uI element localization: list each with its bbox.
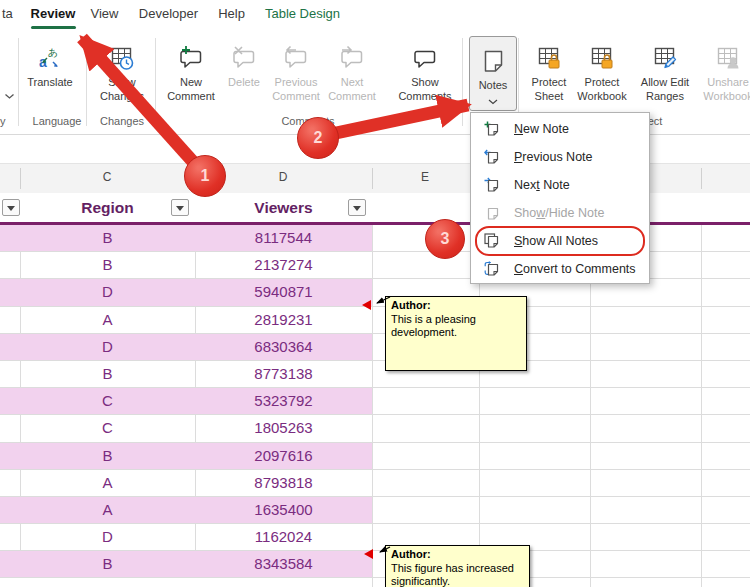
column-separator — [701, 168, 702, 189]
menu-item-show-all-notes[interactable]: Show All Notes — [471, 227, 649, 255]
cell-viewers[interactable]: 1162024 — [195, 524, 372, 550]
gridline — [20, 307, 21, 333]
allow-edit-ranges-icon — [652, 36, 679, 72]
cell-region[interactable]: B — [20, 225, 195, 251]
cell-region[interactable]: A — [20, 307, 195, 333]
cell-region[interactable]: C — [20, 388, 195, 414]
step-3-badge: 3 — [425, 219, 465, 259]
column-letter-c[interactable]: C — [103, 170, 112, 184]
table-row[interactable]: B2097616 — [0, 443, 750, 470]
table-row[interactable]: D6830364 — [0, 334, 750, 361]
note-author-label: Author: — [391, 299, 521, 313]
notes-dropdown-menu: New NotePrevious NoteNext NoteShow/Hide … — [470, 112, 650, 284]
unshare-workbook-icon — [715, 36, 742, 72]
gridline-vertical — [701, 225, 702, 587]
new-comment-button[interactable]: New Comment — [160, 34, 222, 130]
group-label-changes: Changes — [100, 115, 144, 127]
row-band: B8117544 — [0, 225, 372, 251]
tab-view[interactable]: View — [90, 0, 119, 28]
cell-viewers[interactable]: 5323792 — [195, 388, 372, 414]
show-changes-label: Show Changes — [100, 76, 144, 103]
show-comments-button[interactable]: Show Comments — [390, 34, 460, 130]
gridline-vertical — [372, 225, 373, 587]
show-comments-icon — [412, 36, 439, 72]
table-row[interactable]: C5323792 — [0, 388, 750, 415]
table-row[interactable]: D1162024 — [0, 524, 750, 551]
table-row[interactable]: A8793818 — [0, 470, 750, 497]
unshare-workbook-button: Unshare Workbook — [697, 34, 750, 130]
cell-viewers[interactable]: 8793818 — [195, 470, 372, 496]
menu-item-previous-note[interactable]: Previous Note — [471, 143, 649, 171]
tab-table-design[interactable]: Table Design — [264, 0, 341, 28]
excel-window: ta ReviewViewDeveloperHelpTable Design y… — [0, 0, 750, 587]
step-1-badge: 1 — [184, 155, 226, 197]
protect-sheet-icon — [536, 36, 563, 72]
column-letter-d[interactable]: D — [279, 170, 288, 184]
note-text-line: This figure has increased — [391, 562, 524, 576]
table-row[interactable]: C1805263 — [0, 415, 750, 442]
tab-data-partial[interactable]: ta — [2, 0, 13, 28]
filter-button-viewers[interactable] — [348, 199, 366, 216]
cell-viewers[interactable]: 2819231 — [195, 307, 372, 333]
note-indicator-triangle — [364, 549, 373, 559]
cell-viewers[interactable]: 1805263 — [195, 415, 372, 441]
table-row[interactable]: B8343584 — [0, 551, 750, 578]
cell-viewers[interactable]: 5940871 — [195, 279, 372, 305]
cell-viewers[interactable]: 8117544 — [195, 225, 372, 251]
chevron-down-icon[interactable] — [488, 95, 498, 107]
tab-developer[interactable]: Developer — [138, 0, 199, 28]
filter-button-region[interactable] — [171, 199, 189, 216]
cell-region[interactable]: A — [20, 470, 195, 496]
next-comment-label: Next Comment — [328, 76, 376, 103]
cell-region[interactable]: D — [20, 279, 195, 305]
cell-viewers[interactable]: 8773138 — [195, 361, 372, 387]
menu-item-label: Next Note — [514, 178, 570, 192]
row-band: A1635400 — [0, 497, 372, 523]
cell-region[interactable]: B — [20, 551, 195, 577]
menu-item-convert-to-comments[interactable]: Convert to Comments — [471, 255, 649, 283]
cell-viewers[interactable]: 8343584 — [195, 551, 372, 577]
cell-viewers[interactable]: 6830364 — [195, 334, 372, 360]
tab-review[interactable]: Review — [30, 0, 76, 28]
next-comment-icon — [339, 36, 366, 72]
row-band: D1162024 — [0, 524, 372, 550]
table-row[interactable]: A2819231 — [0, 307, 750, 334]
row-band: B2137274 — [0, 252, 372, 278]
header-cell-region[interactable]: Region — [20, 193, 195, 222]
gridline — [20, 252, 21, 278]
delete-comment-button: Delete — [216, 34, 272, 130]
note-text-line: This is a pleasing — [391, 313, 521, 327]
unshare-workbook-label: Unshare Workbook — [703, 76, 750, 103]
menu-item-next-note[interactable]: Next Note — [471, 171, 649, 199]
note-popup[interactable]: Author: This is a pleasing development. — [385, 296, 527, 371]
cell-region[interactable]: D — [20, 334, 195, 360]
ribbon-group-divider — [18, 38, 19, 126]
header-cell-viewers[interactable]: Viewers — [195, 193, 372, 222]
table-row[interactable]: B8773138 — [0, 361, 750, 388]
filter-button-partial[interactable] — [2, 199, 20, 216]
chevron-down-icon[interactable] — [4, 86, 15, 104]
cell-viewers[interactable]: 2097616 — [195, 443, 372, 469]
cell-region[interactable]: A — [20, 497, 195, 523]
cell-viewers[interactable]: 2137274 — [195, 252, 372, 278]
cell-region[interactable]: D — [20, 524, 195, 550]
tab-help[interactable]: Help — [218, 0, 245, 28]
ribbon-group-divider — [86, 38, 87, 126]
notes-button[interactable]: Notes — [469, 36, 517, 111]
menu-item-label: Previous Note — [514, 150, 593, 164]
note-popup[interactable]: Author: This figure has increased signif… — [385, 545, 530, 587]
cell-viewers[interactable]: 1635400 — [195, 497, 372, 523]
table-row[interactable]: A1635400 — [0, 497, 750, 524]
column-separator — [20, 168, 21, 189]
cell-region[interactable]: C — [20, 415, 195, 441]
row-band: B8773138 — [0, 361, 372, 387]
notes-label: Notes — [479, 79, 508, 93]
menu-item-new-note[interactable]: New Note — [471, 115, 649, 143]
cell-region[interactable]: B — [20, 443, 195, 469]
notes-icon — [480, 39, 507, 75]
column-letter-e[interactable]: E — [421, 170, 429, 184]
cell-region[interactable]: B — [20, 252, 195, 278]
cell-region[interactable]: B — [20, 361, 195, 387]
show-changes-icon — [109, 36, 136, 72]
svg-text:あ: あ — [48, 47, 58, 58]
